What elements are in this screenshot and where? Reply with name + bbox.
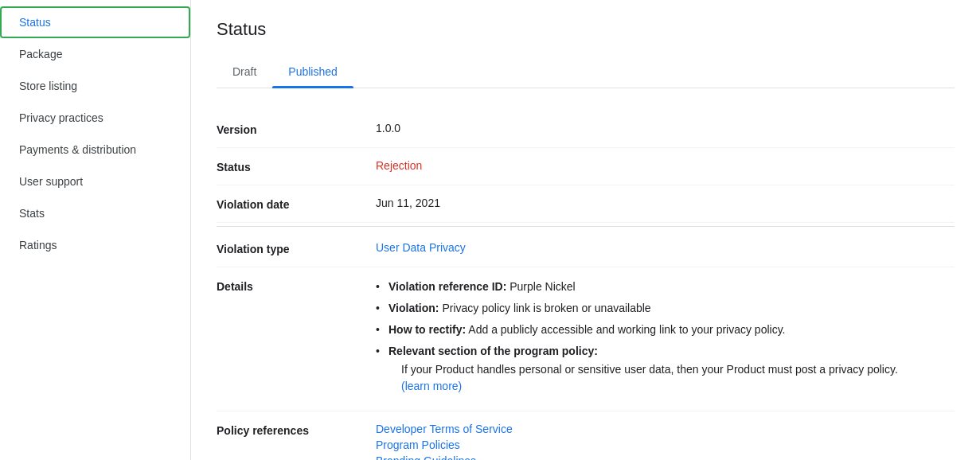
details-label: Details <box>217 279 376 293</box>
tab-bar: Draft Published <box>217 56 955 88</box>
detail-item-1-text: Privacy policy link is broken or unavail… <box>439 302 651 314</box>
info-table: Version 1.0.0 Status Rejection Violation… <box>217 111 955 460</box>
sidebar-item-store-listing[interactable]: Store listing <box>0 70 190 102</box>
version-label: Version <box>217 122 376 136</box>
detail-item-0-text: Purple Nickel <box>506 280 575 293</box>
status-label: Status <box>217 159 376 173</box>
sidebar-item-stats[interactable]: Stats <box>0 197 190 229</box>
details-row: Details Violation reference ID: Purple N… <box>217 267 955 411</box>
tab-published[interactable]: Published <box>272 56 353 88</box>
sidebar-item-ratings[interactable]: Ratings <box>0 229 190 261</box>
policy-references-label: Policy references <box>217 423 376 437</box>
detail-item-2: How to rectify: Add a publicly accessibl… <box>376 322 955 338</box>
status-value: Rejection <box>376 159 955 172</box>
tab-draft[interactable]: Draft <box>217 56 272 88</box>
sidebar: Status Package Store listing Privacy pra… <box>0 0 191 460</box>
section-divider <box>217 226 955 227</box>
sidebar-item-status[interactable]: Status <box>0 6 190 38</box>
detail-item-2-text: Add a publicly accessible and working li… <box>466 323 785 336</box>
policy-links-list: Developer Terms of Service Program Polic… <box>376 423 955 460</box>
detail-item-1: Violation: Privacy policy link is broken… <box>376 300 955 317</box>
violation-type-label: Violation type <box>217 241 376 255</box>
page-title: Status <box>217 19 955 40</box>
sidebar-item-package[interactable]: Package <box>0 38 190 70</box>
sidebar-item-user-support[interactable]: User support <box>0 166 190 197</box>
policy-text: If your Product handles personal or sens… <box>401 363 898 376</box>
status-row: Status Rejection <box>217 148 955 185</box>
policy-link-1[interactable]: Program Policies <box>376 439 955 451</box>
detail-item-3: Relevant section of the program policy: … <box>376 343 955 395</box>
detail-item-1-prefix: Violation: <box>388 302 439 314</box>
violation-date-row: Violation date Jun 11, 2021 <box>217 185 955 223</box>
details-value: Violation reference ID: Purple Nickel Vi… <box>376 279 955 400</box>
detail-item-3-prefix: Relevant section of the program policy: <box>388 345 598 357</box>
policy-references-value: Developer Terms of Service Program Polic… <box>376 423 955 460</box>
violation-date-value: Jun 11, 2021 <box>376 197 955 209</box>
violation-type-row: Violation type User Data Privacy <box>217 230 955 267</box>
learn-more-link[interactable]: (learn more) <box>401 380 462 392</box>
details-list: Violation reference ID: Purple Nickel Vi… <box>376 279 955 395</box>
detail-item-2-prefix: How to rectify: <box>388 323 466 336</box>
detail-item-0-prefix: Violation reference ID: <box>388 280 506 293</box>
policy-link-2[interactable]: Branding Guidelines <box>376 454 955 460</box>
main-content: Status Draft Published Version 1.0.0 Sta… <box>191 0 980 460</box>
sidebar-item-privacy-practices[interactable]: Privacy practices <box>0 102 190 134</box>
sidebar-item-payments[interactable]: Payments & distribution <box>0 134 190 166</box>
policy-text-block: If your Product handles personal or sens… <box>388 361 955 395</box>
policy-link-0[interactable]: Developer Terms of Service <box>376 423 955 435</box>
violation-type-value[interactable]: User Data Privacy <box>376 241 955 254</box>
version-value: 1.0.0 <box>376 122 955 134</box>
detail-item-0: Violation reference ID: Purple Nickel <box>376 279 955 295</box>
policy-references-row: Policy references Developer Terms of Ser… <box>217 411 955 460</box>
version-row: Version 1.0.0 <box>217 111 955 148</box>
violation-date-label: Violation date <box>217 197 376 211</box>
